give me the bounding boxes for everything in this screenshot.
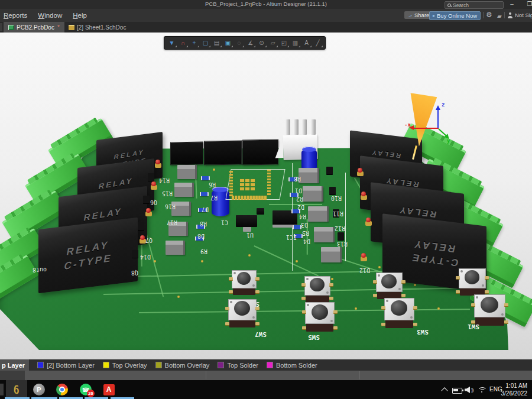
measure-tool-button[interactable]: ∡ (245, 38, 256, 48)
clock[interactable]: 1:01 AM 3/26/2022 (501, 382, 528, 397)
taskbar-app-chrome[interactable] (51, 380, 73, 399)
switch-designator-sw7: SW7 (255, 330, 267, 338)
tactile-switch-sw1 (474, 294, 505, 326)
menu-help[interactable]: Help (73, 12, 87, 19)
diode-smd (257, 208, 264, 215)
share-button[interactable]: → Share (404, 11, 432, 19)
layer-tab-bottom-solder[interactable]: Bottom Solder (267, 362, 317, 369)
buy-online-now-button[interactable]: ▸ Buy Online Now (429, 11, 481, 20)
tactile-switch-sw4 (376, 273, 403, 299)
panorama-tool-button[interactable]: ▱ (267, 38, 278, 48)
qfp-pad (229, 183, 233, 184)
pcb-3d-viewport[interactable]: RELAYC-TYPERELAYC-TYPERELAYC-TYPERELAYC-… (0, 33, 532, 359)
transistor (148, 173, 154, 181)
silkscreen-label-d3: D3 (301, 222, 308, 228)
chart-tool-button[interactable]: ▥ (290, 38, 301, 48)
layer-tab-bottom-overlay[interactable]: Bottom Overlay (155, 362, 210, 369)
switch-designator-sw5: SW5 (308, 333, 320, 341)
customize-icon[interactable]: ▰ (497, 12, 502, 20)
line-icon: ╱ (316, 40, 319, 46)
qfp-pad (229, 186, 233, 187)
silkscreen-label-r9: R9 (200, 248, 207, 255)
battery-icon[interactable] (452, 388, 462, 394)
switch-leg (456, 276, 460, 279)
lasso-select-icon: ◌ (238, 40, 241, 46)
altium-designer-icon: ∂ (12, 383, 20, 395)
connector-pin (294, 119, 299, 135)
switch-button (381, 274, 396, 288)
switch-leg (225, 307, 229, 310)
pin-tool-button[interactable]: ⊙ (256, 38, 267, 48)
lasso-select-tool-button[interactable]: ◌ (233, 38, 245, 48)
language-indicator[interactable]: ENG (489, 386, 502, 392)
sch-doc-icon (69, 25, 74, 30)
layer-tab--2-bottom-layer[interactable]: [2] Bottom Layer (37, 362, 95, 369)
tab-pcb2-pcbdoc[interactable]: PCB2.PcbDoc * (4, 22, 64, 33)
speaker-icon[interactable] (465, 387, 470, 393)
silkscreen-label-r11: R11 (333, 210, 343, 217)
crosshair-icon: + (193, 40, 196, 46)
transistor (338, 232, 344, 240)
switch-leg (381, 323, 385, 326)
wifi-icon[interactable] (478, 387, 486, 394)
layer-tab-active[interactable]: p Layer (0, 359, 29, 371)
column-icon: ▤ (214, 40, 219, 46)
menu-items: ReportsWindowHelp (4, 9, 87, 22)
menu-window[interactable]: Window (38, 12, 62, 19)
taskbar-app-red-a-app[interactable]: A (98, 380, 119, 399)
switch-leg (329, 297, 333, 300)
layer-tab-bar: p Layer [2] Bottom LayerTop OverlayBotto… (0, 359, 532, 371)
altium-designer-window: PCB_Project_1.PrjPcb - Altium Designer (… (0, 0, 532, 399)
tray-chevron-icon[interactable] (441, 387, 447, 394)
minimize-button[interactable]: – (505, 0, 519, 9)
black-module (170, 142, 203, 166)
account-person-icon[interactable] (507, 12, 513, 18)
qfp-pad (267, 190, 271, 192)
switch-leg (381, 306, 385, 309)
text-tool-button[interactable]: A (301, 38, 312, 48)
layer-tab-top-overlay[interactable]: Top Overlay (103, 362, 147, 369)
switch-leg (504, 303, 508, 306)
switch-leg (225, 322, 229, 325)
column-tool-button[interactable]: ▤ (211, 38, 222, 48)
menu-reports[interactable]: Reports (4, 12, 27, 19)
account-label[interactable]: Not Sig (515, 12, 532, 18)
gear-icon[interactable]: ⚙ (486, 11, 492, 19)
via-pad (355, 307, 357, 310)
switch-button (481, 297, 498, 313)
search-input[interactable]: Search (445, 1, 504, 9)
switch-leg (229, 290, 233, 293)
switch-leg (329, 283, 333, 286)
layer-color-swatch (267, 362, 273, 368)
measure-icon: ∡ (248, 40, 253, 46)
tab-sheet1-schdoc[interactable]: [2] Sheet1.SchDoc (64, 22, 131, 33)
relay-left: RELAYC-TYPE (38, 218, 138, 294)
taskbar-app-whatsapp[interactable]: ☎26 (75, 380, 96, 399)
switch-leg (255, 290, 259, 293)
crosshair-tool-button[interactable]: + (189, 38, 200, 48)
edge-pad (232, 196, 234, 200)
edge-pad (238, 196, 240, 200)
silkscreen-label-r12: R12 (335, 225, 345, 232)
silkscreen-label-r2: R2 (296, 196, 303, 202)
filter-tool-button[interactable]: ▼ (166, 38, 177, 48)
zoom-area-tool-button[interactable]: ◰ (278, 38, 290, 48)
layer-stack-tool-button[interactable]: ▣ (222, 38, 233, 48)
select-area-tool-button[interactable]: ▢ (200, 38, 211, 48)
switch-leg (301, 283, 306, 286)
taskbar-app-altium-designer[interactable]: ∂ (6, 380, 27, 399)
led-red (151, 185, 157, 190)
transistor (329, 187, 336, 194)
silkscreen-line (345, 173, 346, 261)
taskbar-app-p-app[interactable]: P (28, 380, 50, 399)
magnet-tool-button[interactable]: ∩ (177, 38, 189, 48)
silkscreen-label-d14: D14 (140, 254, 151, 260)
center-pad (245, 187, 249, 190)
layer-tab-top-solder[interactable]: Top Solder (218, 362, 258, 369)
silkscreen-label-d4: D4 (303, 238, 310, 245)
restore-button[interactable]: ❐ (523, 0, 532, 9)
line-tool-button[interactable]: ╱ (312, 38, 323, 48)
ic-u1 (236, 215, 257, 227)
qfp-pad (267, 184, 271, 186)
taskbar-underline (85, 397, 108, 399)
